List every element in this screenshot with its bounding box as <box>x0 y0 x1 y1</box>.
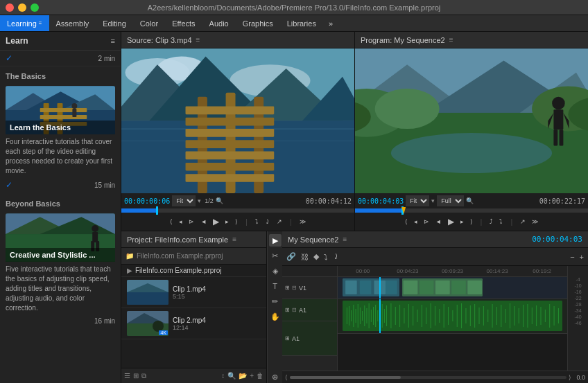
tl-btn-add-marker[interactable]: ◆ <box>312 252 320 261</box>
timeline-scroll[interactable] <box>290 376 567 379</box>
project-delete-icon[interactable]: 🗑 <box>257 372 263 380</box>
close-button[interactable] <box>6 3 14 12</box>
tool-razor[interactable]: ✂ <box>269 249 282 262</box>
tl-btn-zoom-in[interactable]: + <box>578 253 585 261</box>
timeline-menu-icon[interactable]: ≡ <box>343 235 347 243</box>
video-clip-2[interactable] <box>402 278 483 296</box>
source-frame-back[interactable]: ◂ <box>178 217 184 226</box>
program-zoom2[interactable]: Full <box>437 195 464 206</box>
timeline-playhead[interactable] <box>379 277 381 299</box>
menu-item-learning[interactable]: Learning ≡ <box>0 15 49 31</box>
svg-rect-8 <box>40 108 87 112</box>
video-clip-1[interactable] <box>343 278 400 296</box>
tool-select[interactable]: ▶ <box>269 234 282 247</box>
tl-btn-insert[interactable]: ⤵ <box>322 253 329 261</box>
program-frame-fwd[interactable]: ▸ <box>459 217 465 226</box>
source-step-back[interactable]: ⟨ <box>168 217 174 226</box>
menu-item-assembly[interactable]: Assembly <box>49 15 96 31</box>
svg-rect-81 <box>435 280 450 294</box>
tools-bar: ▶ ✂ ◈ T ✏ ✋ ⊕ <box>267 231 282 383</box>
maximize-button[interactable] <box>31 3 39 12</box>
source-overwrite[interactable]: ⤸ <box>263 217 272 226</box>
svg-rect-43 <box>186 152 275 160</box>
project-search-icon[interactable]: 🔍 <box>227 372 236 380</box>
svg-rect-74 <box>345 280 357 294</box>
project-freeform-icon[interactable]: ⧉ <box>141 372 146 380</box>
menu-item-color[interactable]: Color <box>133 15 165 31</box>
svg-point-63 <box>391 133 552 173</box>
source-play-back[interactable]: ◄ <box>199 217 208 226</box>
program-step-back[interactable]: ⟨ <box>404 217 409 226</box>
tl-bottom-next[interactable]: ⟩ <box>569 374 571 381</box>
program-frame-back[interactable]: ◂ <box>413 217 419 226</box>
source-zoom[interactable]: Fit <box>172 195 196 206</box>
program-mark-in[interactable]: ⊳ <box>422 217 431 226</box>
more-workspaces-button[interactable]: » <box>323 15 338 31</box>
project-list-icon[interactable]: ☰ <box>124 372 130 380</box>
source-playhead[interactable] <box>156 206 158 215</box>
source-settings[interactable]: ≫ <box>298 217 307 226</box>
equalizer-icon[interactable]: ≡ <box>111 37 115 45</box>
svg-rect-80 <box>419 280 433 294</box>
tl-btn-zoom-out[interactable]: − <box>569 253 576 261</box>
check-icon: ✓ <box>6 53 12 63</box>
project-file-name: FileInfo.com Example.prproj <box>137 252 223 260</box>
project-sort-icon[interactable]: ↕ <box>221 372 225 380</box>
program-monitor: Program: My Sequence2 ≡ <box>355 32 588 231</box>
source-video-content <box>121 48 354 193</box>
db-label-0: -4 <box>576 277 580 282</box>
source-export[interactable]: ↗ <box>275 217 284 226</box>
tl-bottom-prev[interactable]: ⟨ <box>285 374 288 381</box>
tool-zoom[interactable]: ⊕ <box>269 371 282 383</box>
project-new-bin-icon[interactable]: 📂 <box>239 372 247 380</box>
section-label-basics: The Basics <box>0 66 121 83</box>
program-play-back[interactable]: ◄ <box>434 217 443 226</box>
tool-text[interactable]: T <box>269 280 282 292</box>
beyond-duration: 16 min <box>94 317 115 325</box>
tl-btn-snap[interactable]: 🔗 <box>285 252 297 261</box>
clip-item-2[interactable]: 4K Clip 2.mp4 12:14 <box>121 308 266 339</box>
project-menu-icon[interactable]: ≡ <box>232 235 236 243</box>
source-progress-bar[interactable] <box>121 208 354 213</box>
menu-item-audio[interactable]: Audio <box>202 15 236 31</box>
minimize-button[interactable] <box>18 3 26 12</box>
tutorial-card-beyond[interactable]: Creative and Stylistic ... Five interact… <box>6 213 115 326</box>
tutorial-card-basics[interactable]: Learn the Basics Four interactive tutori… <box>6 86 115 191</box>
source-mark-in[interactable]: ⊳ <box>187 217 196 226</box>
clip-item-1[interactable]: Clip 1.mp4 5:15 <box>121 277 266 308</box>
source-frame-fwd[interactable]: ▸ <box>224 217 230 226</box>
tl-btn-overwrite[interactable]: ⤸ <box>331 252 340 261</box>
program-time-start: 00:00:04:03 <box>358 197 404 205</box>
timeline-time-display: 0.0 <box>576 374 585 381</box>
program-settings[interactable]: ≫ <box>530 217 539 226</box>
tool-ripple[interactable]: ◈ <box>269 265 282 277</box>
source-progress-fill <box>121 208 156 213</box>
program-zoom[interactable]: Fit <box>406 195 429 206</box>
program-title: Program: My Sequence2 <box>361 36 445 44</box>
beyond-thumb-label: Creative and Stylistic ... <box>6 248 115 262</box>
source-step-fwd[interactable]: ⟩ <box>234 217 239 226</box>
program-step-fwd[interactable]: ⟩ <box>469 217 474 226</box>
track-label-a1: ⊞ ⊟ A1 <box>282 299 337 321</box>
program-export[interactable]: ↗ <box>519 217 527 226</box>
program-progress-bar[interactable] <box>355 208 588 213</box>
source-insert[interactable]: ⤵ <box>254 217 260 226</box>
tool-pen[interactable]: ✏ <box>269 295 282 308</box>
clip-name-2: Clip 2.mp4 <box>173 317 261 324</box>
source-menu-icon[interactable]: ≡ <box>196 36 200 44</box>
program-menu-icon[interactable]: ≡ <box>449 36 453 44</box>
tool-hand[interactable]: ✋ <box>269 310 282 323</box>
program-play[interactable]: ▶ <box>447 216 456 227</box>
menu-item-effects[interactable]: Effects <box>165 15 202 31</box>
db-label-2: -16 <box>574 290 581 294</box>
tl-btn-link[interactable]: ⛓ <box>300 253 310 261</box>
menu-item-libraries[interactable]: Libraries <box>280 15 323 31</box>
project-grid-icon[interactable]: ⊞ <box>133 372 139 380</box>
menu-item-graphics[interactable]: Graphics <box>236 15 280 31</box>
track-ruler: 00:00 00:04:23 00:09:23 00:14:23 00:19:2 <box>338 266 567 371</box>
menu-item-editing[interactable]: Editing <box>96 15 133 31</box>
source-play[interactable]: ▶ <box>211 216 220 227</box>
project-new-item-icon[interactable]: + <box>250 372 254 380</box>
program-lift[interactable]: ⤴ <box>488 217 494 226</box>
program-extract[interactable]: ⤵ <box>498 217 504 226</box>
